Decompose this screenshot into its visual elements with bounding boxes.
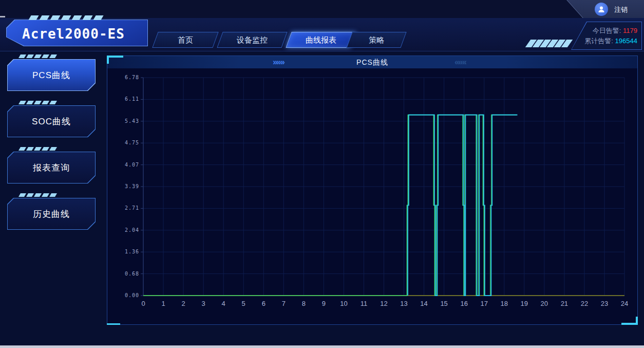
x-tick-label: 23 xyxy=(601,300,608,307)
x-tick-label: 10 xyxy=(340,300,347,307)
y-tick-label: 3.39 xyxy=(125,184,139,189)
corner-mark xyxy=(0,16,5,17)
sidebar-item-pcs-curve[interactable]: PCS曲线 xyxy=(7,59,96,91)
x-tick-label: 13 xyxy=(400,300,407,307)
x-tick-label: 18 xyxy=(501,300,508,307)
y-tick-label: 6.11 xyxy=(125,96,139,102)
x-tick-label: 20 xyxy=(541,300,548,307)
x-tick-label: 11 xyxy=(361,300,368,307)
x-tick-label: 2 xyxy=(181,300,185,307)
x-tick-label: 6 xyxy=(262,300,266,307)
y-tick-label: 4.75 xyxy=(125,140,139,145)
corner-accent-bottom-right xyxy=(636,317,638,325)
x-tick-label: 15 xyxy=(440,300,447,307)
logo-stripes-icon xyxy=(30,15,105,20)
tab-device-monitor[interactable]: 设备监控 xyxy=(217,32,287,48)
chart-panel: PCS曲线 ›››››› ‹‹‹‹‹‹ 0.000.681.362.042.71… xyxy=(107,56,638,325)
today-alarm-label: 今日告警: xyxy=(593,27,621,34)
y-tick-label: 2.71 xyxy=(125,205,139,211)
footer-strip xyxy=(0,345,644,348)
tab-label: 策略 xyxy=(350,32,403,47)
x-tick-label: 9 xyxy=(322,300,326,307)
x-tick-label: 3 xyxy=(202,300,205,307)
sidebar-item-report-query[interactable]: 报表查询 xyxy=(7,152,96,184)
total-alarm-label: 累计告警: xyxy=(584,37,613,45)
series-pcs-green xyxy=(143,115,517,296)
today-alarm-value: 1179 xyxy=(623,27,637,34)
y-tick-label: 1.36 xyxy=(125,249,139,254)
tab-strategy[interactable]: 策略 xyxy=(346,32,406,48)
app-logo: Acrel2000-ES xyxy=(22,20,145,47)
sidebar-item-label: 历史曲线 xyxy=(33,208,70,220)
x-tick-label: 1 xyxy=(161,300,165,307)
x-tick-label: 4 xyxy=(222,300,225,307)
total-alarm-row: 累计告警: 196544 xyxy=(572,36,637,46)
x-tick-label: 19 xyxy=(521,300,528,307)
user-icon xyxy=(597,5,605,13)
sidebar-item-label: PCS曲线 xyxy=(32,69,70,81)
corner-accent-top-left xyxy=(107,56,123,58)
y-tick-label: 4.07 xyxy=(125,162,139,168)
logo-plaque: Acrel2000-ES xyxy=(6,20,148,46)
logout-button[interactable]: 注销 xyxy=(614,5,628,14)
y-tick-label: 0.68 xyxy=(125,271,139,277)
x-tick-label: 0 xyxy=(141,300,145,307)
y-tick-label: 6.78 xyxy=(125,75,139,80)
chevrons-right-icon: ›››››› xyxy=(273,56,284,68)
page-background: 注销 Acrel2000-ES 首页 设备监控 曲线报表 策略 今日告警: 11… xyxy=(0,0,644,348)
total-alarm-value: 196544 xyxy=(615,37,637,45)
corner-accent-bottom-left xyxy=(107,323,120,325)
x-tick-label: 24 xyxy=(621,300,628,307)
x-tick-label: 22 xyxy=(581,300,588,307)
tab-label: 曲线报表 xyxy=(289,32,353,47)
sidebar-item-label: SOC曲线 xyxy=(32,116,71,127)
x-tick-label: 14 xyxy=(420,300,427,307)
x-tick-label: 12 xyxy=(380,300,387,307)
y-tick-label: 5.43 xyxy=(125,118,139,124)
chevrons-left-icon: ‹‹‹‹‹‹ xyxy=(454,56,466,68)
button-stripes-icon xyxy=(20,193,58,197)
sidebar-item-history-curve[interactable]: 历史曲线 xyxy=(7,198,96,230)
hazard-stripes-icon xyxy=(528,40,571,47)
button-stripes-icon xyxy=(20,54,58,58)
y-tick-label: 2.04 xyxy=(125,227,139,233)
x-tick-label: 5 xyxy=(242,300,245,307)
tab-label: 首页 xyxy=(156,32,215,47)
x-tick-label: 8 xyxy=(302,300,306,307)
tab-curve-report[interactable]: 曲线报表 xyxy=(286,32,356,48)
x-tick-label: 17 xyxy=(480,300,487,307)
chart-title: PCS曲线 xyxy=(107,56,637,68)
corner-accent-top-left xyxy=(107,56,109,64)
tab-label: 设备监控 xyxy=(220,32,284,47)
button-stripes-icon xyxy=(20,101,58,104)
sidebar-item-soc-curve[interactable]: SOC曲线 xyxy=(7,105,96,137)
x-tick-label: 21 xyxy=(561,300,568,307)
button-stripes-icon xyxy=(20,147,58,151)
tab-home[interactable]: 首页 xyxy=(152,32,218,48)
x-tick-label: 16 xyxy=(460,300,467,307)
y-tick-label: 0.00 xyxy=(125,292,139,298)
user-avatar[interactable] xyxy=(595,3,608,16)
sidebar-item-label: 报表查询 xyxy=(33,162,70,174)
chart-header: PCS曲线 ›››››› ‹‹‹‹‹‹ xyxy=(107,56,637,68)
x-tick-label: 7 xyxy=(282,300,286,307)
pcs-curve-chart: 0.000.681.362.042.713.394.074.755.436.11… xyxy=(107,68,637,323)
